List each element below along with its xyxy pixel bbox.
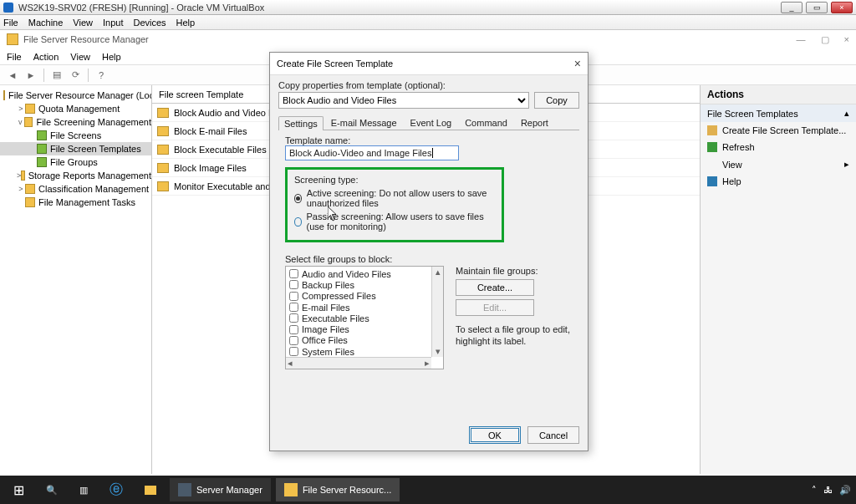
horizontal-scrollbar[interactable]: ◂▸ <box>286 357 431 369</box>
tray-sound-icon[interactable]: 🔊 <box>839 485 851 496</box>
tray-network-icon[interactable]: 🖧 <box>823 485 833 495</box>
tree-item[interactable]: >Classification Management <box>0 182 151 196</box>
create-group-button[interactable]: Create... <box>456 279 534 296</box>
screening-type-group: Screening type: Active screening: Do not… <box>285 167 504 242</box>
file-group-item[interactable]: System Files <box>289 346 428 357</box>
copy-button[interactable]: Copy <box>534 92 579 109</box>
mmc-close-button[interactable]: × <box>844 34 849 45</box>
template-name-label: Template name: <box>285 135 579 145</box>
file-group-item[interactable]: Executable Files <box>289 313 428 323</box>
task-server-manager[interactable]: Server Manager <box>170 478 271 501</box>
actions-panel: Actions File Screen Templates ▴ Create F… <box>701 85 856 474</box>
tab-command[interactable]: Command <box>459 115 513 130</box>
mmc-max-button[interactable]: ▢ <box>821 34 829 45</box>
vbox-menu-devices[interactable]: Devices <box>133 18 166 28</box>
menu-view[interactable]: View <box>70 52 90 62</box>
search-button[interactable]: 🔍 <box>38 478 66 501</box>
radio-passive[interactable]: Passive screening: Allow users to save f… <box>294 211 495 232</box>
mmc-min-button[interactable]: — <box>797 34 806 45</box>
template-name-input[interactable]: Block Audio-Video and Image Files <box>285 145 459 160</box>
fsrm-icon <box>7 33 18 45</box>
file-group-item[interactable]: Backup Files <box>289 279 428 290</box>
copy-template-select[interactable]: Block Audio and Video Files <box>278 92 529 109</box>
tab-report[interactable]: Report <box>515 115 554 130</box>
create-template-dialog: Create File Screen Template × Copy prope… <box>269 52 588 451</box>
refresh-button[interactable]: ⟳ <box>68 68 83 83</box>
vbox-menubar: File Machine View Input Devices Help <box>0 15 856 30</box>
vbox-min-button[interactable]: _ <box>781 2 802 13</box>
vertical-scrollbar[interactable]: ▴▾ <box>431 267 443 357</box>
vbox-menu-machine[interactable]: Machine <box>28 18 64 28</box>
dialog-titlebar[interactable]: Create File Screen Template × <box>270 53 588 75</box>
vbox-menu-view[interactable]: View <box>73 18 93 28</box>
file-group-checkbox[interactable] <box>289 303 298 312</box>
file-group-checkbox[interactable] <box>289 269 298 278</box>
vbox-max-button[interactable]: ▭ <box>806 2 828 13</box>
tree-item[interactable]: File Screens <box>0 129 151 142</box>
tree-item[interactable]: >Storage Reports Management <box>0 169 151 182</box>
start-button[interactable]: ⊞ <box>5 478 33 501</box>
file-group-item[interactable]: Office Files <box>289 335 428 346</box>
vbox-menu-help[interactable]: Help <box>176 18 196 28</box>
explorer-button[interactable] <box>136 478 165 501</box>
file-groups-label: Select file groups to block: <box>285 254 579 264</box>
back-button[interactable]: ◄ <box>5 68 20 83</box>
task-fsrm[interactable]: File Server Resourc... <box>276 478 400 501</box>
file-group-checkbox[interactable] <box>289 347 298 356</box>
tree-item[interactable]: File Management Tasks <box>0 196 151 209</box>
file-group-item[interactable]: Audio and Video Files <box>289 268 428 279</box>
cancel-button[interactable]: Cancel <box>527 426 579 444</box>
toolbar-sep <box>43 69 44 82</box>
file-group-checkbox[interactable] <box>289 292 298 301</box>
action-item[interactable]: Help <box>701 173 856 190</box>
file-group-checkbox[interactable] <box>289 313 298 323</box>
tree-item[interactable]: >Quota Management <box>0 102 151 115</box>
tree-item[interactable]: File Screen Templates <box>0 142 151 155</box>
file-groups-listbox[interactable]: Audio and Video FilesBackup FilesCompres… <box>285 266 444 369</box>
file-group-hint: To select a file group to edit, highligh… <box>456 324 579 348</box>
tree-root[interactable]: File Server Resource Manager (Local) <box>0 89 151 102</box>
tab-eventlog[interactable]: Event Log <box>405 115 458 130</box>
file-group-item[interactable]: Compressed Files <box>289 291 428 302</box>
action-item[interactable]: View▸ <box>701 155 856 173</box>
radio-active[interactable]: Active screening: Do not allow users to … <box>294 188 495 208</box>
taskview-button[interactable]: ▥ <box>71 478 96 501</box>
tab-settings[interactable]: Settings <box>278 116 324 130</box>
taskbar: ⊞ 🔍 ▥ ⓔ Server Manager File Server Resou… <box>0 476 856 504</box>
tab-email[interactable]: E-mail Message <box>325 115 403 130</box>
dialog-tabs: Settings E-mail Message Event Log Comman… <box>278 115 579 130</box>
help-button[interactable]: ? <box>94 68 109 83</box>
ok-button[interactable]: OK <box>469 426 521 444</box>
menu-file[interactable]: File <box>7 52 22 62</box>
actions-header: Actions <box>701 85 856 104</box>
vbox-close-button[interactable]: × <box>831 2 853 13</box>
tree-item[interactable]: vFile Screening Management <box>0 115 151 129</box>
show-hide-button[interactable]: ▤ <box>49 68 64 83</box>
screening-type-label: Screening type: <box>294 175 495 185</box>
ie-button[interactable]: ⓔ <box>101 478 131 501</box>
vbox-icon <box>3 3 13 13</box>
file-group-checkbox[interactable] <box>289 336 298 345</box>
action-item[interactable]: Create File Screen Template... <box>701 122 856 139</box>
file-group-checkbox[interactable] <box>289 280 298 289</box>
file-group-item[interactable]: Image Files <box>289 323 428 334</box>
vbox-menu-file[interactable]: File <box>3 18 18 28</box>
menu-action[interactable]: Action <box>33 52 59 62</box>
file-group-item[interactable]: E-mail Files <box>289 302 428 313</box>
fsrm-root-icon <box>3 90 5 100</box>
vbox-menu-input[interactable]: Input <box>103 18 123 28</box>
vbox-titlebar: WS2K19-SRV02 (FRESH) [Running] - Oracle … <box>0 0 856 15</box>
tree-item[interactable]: File Groups <box>0 155 151 169</box>
forward-button[interactable]: ► <box>23 68 38 83</box>
dialog-close-button[interactable]: × <box>574 57 581 70</box>
menu-help[interactable]: Help <box>102 52 121 62</box>
maintain-label: Maintain file groups: <box>456 266 579 276</box>
actions-section[interactable]: File Screen Templates ▴ <box>701 104 856 122</box>
mmc-titlebar: File Server Resource Manager — ▢ × <box>0 30 856 48</box>
copy-label: Copy properties from template (optional)… <box>278 80 579 90</box>
action-item[interactable]: Refresh <box>701 139 856 155</box>
tray-up-icon[interactable]: ˄ <box>812 485 817 496</box>
mmc-title: File Server Resource Manager <box>23 34 797 44</box>
file-group-checkbox[interactable] <box>289 325 298 334</box>
collapse-icon: ▴ <box>844 108 849 119</box>
